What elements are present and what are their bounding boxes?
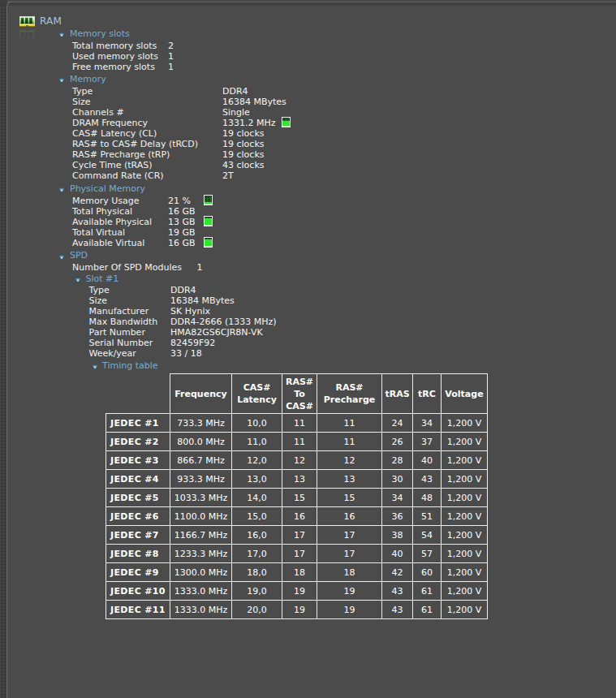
- timing-cell: 733.3 MHz: [170, 414, 232, 433]
- section-title[interactable]: Physical Memory: [70, 183, 145, 194]
- info-label: Total Virtual: [72, 227, 125, 238]
- collapse-arrow-icon[interactable]: [58, 78, 65, 83]
- timing-cell: 16: [282, 507, 317, 526]
- timing-cell: 48: [413, 489, 442, 507]
- timing-cell: 60: [413, 563, 442, 582]
- timing-cell: 30: [382, 470, 413, 489]
- info-row: Total Physical 16 GB: [0, 206, 616, 217]
- info-row: RAS# to CAS# Delay (tRCD) 19 clocks: [0, 139, 616, 149]
- info-row: Type DDR4: [0, 285, 616, 295]
- timing-row-label: JEDEC #3: [106, 451, 170, 470]
- info-value: 33 / 18: [170, 348, 202, 359]
- section-title[interactable]: Slot #1: [86, 274, 119, 284]
- section-title[interactable]: Timing table: [102, 360, 158, 371]
- info-label: Week/year: [89, 348, 136, 359]
- timing-cell: 51: [413, 507, 442, 526]
- panel-top-edge: [0, 0, 616, 6]
- info-label: CAS# Latency (CL): [72, 128, 157, 139]
- info-row: Available Virtual 16 GB: [0, 238, 616, 248]
- info-value: 1: [168, 62, 174, 72]
- info-row: Max Bandwidth DDR4-2666 (1333 MHz): [0, 317, 616, 327]
- timing-cell: 1,200 V: [442, 489, 488, 507]
- info-row: Command Rate (CR) 2T: [0, 170, 616, 181]
- collapse-arrow-icon[interactable]: [58, 32, 65, 37]
- collapse-arrow-icon[interactable]: [58, 255, 65, 260]
- info-label: Size: [89, 295, 108, 306]
- timing-cell: 17: [282, 545, 317, 563]
- info-row: Size 16384 MBytes: [0, 97, 616, 107]
- info-row: Total Virtual 19 GB: [0, 227, 616, 238]
- level-gauge: [204, 237, 213, 248]
- section-title[interactable]: Memory: [70, 74, 106, 84]
- timing-cell: 61: [413, 582, 442, 601]
- info-label: Part Number: [89, 327, 145, 338]
- section-title[interactable]: Memory slots: [70, 28, 130, 39]
- page-title: RAM: [40, 15, 62, 27]
- section-title[interactable]: SPD: [70, 250, 88, 261]
- info-value: 19 clocks: [222, 139, 264, 149]
- collapse-arrow-icon[interactable]: [75, 278, 81, 282]
- section-header-memory-slots: Memory slots: [0, 28, 616, 39]
- info-row: RAS# Precharge (tRP) 19 clocks: [0, 149, 616, 160]
- timing-cell: 1,200 V: [442, 601, 488, 619]
- info-value: 16 GB: [168, 238, 196, 248]
- info-row: Available Physical 13 GB: [0, 217, 616, 227]
- info-value: 19 clocks: [222, 128, 264, 139]
- info-row: Total memory slots 2: [0, 41, 616, 51]
- timing-col-header: RAS#Precharge: [317, 374, 382, 414]
- info-label: Type: [89, 285, 110, 295]
- timing-row-label: JEDEC #9: [106, 563, 170, 582]
- timing-cell: 1,200 V: [442, 582, 488, 601]
- info-label: DRAM Frequency: [72, 118, 148, 128]
- section-header-memory: Memory: [0, 74, 616, 84]
- info-row: Cycle Time (tRAS) 43 clocks: [0, 160, 616, 170]
- info-label: Total Physical: [72, 206, 132, 217]
- info-row: Used memory slots 1: [0, 51, 616, 62]
- collapse-arrow-icon[interactable]: [92, 364, 98, 369]
- timing-row: JEDEC #81233.3 MHz17,0171740571,200 V: [106, 545, 488, 563]
- info-label: Number Of SPD Modules: [72, 262, 182, 273]
- timing-cell: 12: [317, 451, 382, 470]
- info-row: Size 16384 MBytes: [0, 295, 616, 306]
- timing-row-label: JEDEC #8: [106, 545, 170, 563]
- timing-cell: 11: [282, 433, 317, 451]
- timing-cell: 11: [282, 414, 317, 433]
- info-value: DDR4: [222, 86, 248, 97]
- level-gauge: [204, 216, 213, 226]
- timing-cell: 10,0: [232, 414, 282, 433]
- timing-cell: 19: [282, 601, 317, 619]
- info-value: DDR4: [170, 285, 196, 295]
- info-label: RAS# to CAS# Delay (tRCD): [72, 139, 198, 149]
- timing-cell: 43: [413, 470, 442, 489]
- timing-cell: 933.3 MHz: [170, 470, 232, 489]
- timing-cell: 1333.0 MHz: [170, 601, 232, 619]
- info-label: Used memory slots: [72, 51, 158, 62]
- info-row: DRAM Frequency 1331.2 MHz: [0, 118, 616, 128]
- timing-cell: 37: [413, 433, 442, 451]
- info-row: Number Of SPD Modules 1: [0, 262, 616, 273]
- timing-row-label: JEDEC #10: [106, 582, 170, 601]
- timing-cell: 800.0 MHz: [170, 433, 232, 451]
- timing-cell: 13,0: [232, 470, 282, 489]
- timing-cell: 15: [282, 489, 317, 507]
- timing-cell: 11: [317, 433, 382, 451]
- timing-cell: 16: [317, 507, 382, 526]
- section-header-spd: SPD: [0, 250, 616, 261]
- timing-cell: 1,200 V: [442, 433, 488, 451]
- timing-cell: 17,0: [232, 545, 282, 563]
- collapse-arrow-icon[interactable]: [58, 187, 65, 192]
- timing-row: JEDEC #91300.0 MHz18,0181842601,200 V: [106, 563, 488, 582]
- info-label: Available Virtual: [72, 238, 144, 248]
- info-value: 2: [168, 41, 174, 51]
- info-row: Type DDR4: [0, 86, 616, 97]
- timing-row: JEDEC #51033.3 MHz14,0151534481,200 V: [106, 489, 488, 507]
- section-header-physical-memory: Physical Memory: [0, 183, 616, 194]
- timing-row-label: JEDEC #2: [106, 433, 170, 451]
- timing-cell: 40: [413, 451, 442, 470]
- info-row: Channels # Single: [0, 107, 616, 118]
- timing-cell: 28: [382, 451, 413, 470]
- timing-cell: 17: [317, 545, 382, 563]
- timing-row: JEDEC #3866.7 MHz12,0121228401,200 V: [106, 451, 488, 470]
- info-value: 1: [197, 262, 203, 273]
- timing-cell: 19: [317, 582, 382, 601]
